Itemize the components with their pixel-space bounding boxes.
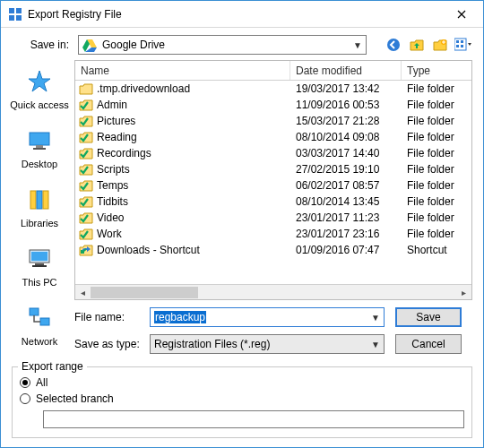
place-libraries[interactable]: Libraries	[4, 185, 74, 228]
file-name: Temps	[97, 179, 128, 192]
svg-rect-16	[36, 145, 43, 148]
new-folder-icon[interactable]	[431, 36, 449, 54]
svg-rect-15	[30, 133, 49, 145]
save-button[interactable]: Save	[395, 307, 462, 327]
view-menu-icon[interactable]	[454, 36, 472, 54]
places-bar: Quick access Desktop Libraries This PC	[4, 60, 74, 300]
column-type[interactable]: Type	[402, 61, 471, 80]
scroll-right-icon[interactable]: ▸	[456, 285, 471, 300]
svg-rect-12	[456, 45, 459, 47]
branch-input[interactable]	[43, 410, 464, 428]
save-in-dropdown[interactable]: Google Drive ▼	[78, 35, 367, 55]
titlebar: Export Registry File	[1, 1, 483, 28]
savetype-label: Save as type:	[74, 338, 150, 350]
folder-icon	[79, 147, 93, 159]
save-in-row: Save in: Google Drive ▼	[1, 28, 483, 60]
scroll-left-icon[interactable]: ◂	[75, 285, 91, 300]
file-row[interactable]: Reading08/10/2014 09:08File folder	[75, 129, 471, 145]
radio-selected-label: Selected branch	[36, 392, 114, 405]
file-row[interactable]: Tidbits08/10/2014 13:45File folder	[75, 194, 471, 210]
file-date: 01/09/2016 07:47	[290, 244, 402, 256]
file-row[interactable]: Pictures15/03/2017 21:28File folder	[75, 113, 471, 129]
file-row[interactable]: Video23/01/2017 11:23File folder	[75, 210, 471, 226]
folder-icon	[79, 82, 93, 95]
bottom-section: File name: regbackup ▼ Save Save as type…	[1, 300, 483, 366]
column-headers: Name Date modified Type	[75, 61, 471, 81]
file-row[interactable]: Work23/01/2017 23:16File folder	[75, 226, 471, 242]
column-name[interactable]: Name	[75, 61, 290, 80]
folder-icon	[79, 228, 93, 240]
file-type: File folder	[402, 179, 471, 192]
savetype-value: Registration Files (*.reg)	[154, 338, 270, 350]
file-date: 03/03/2017 14:40	[290, 147, 402, 159]
svg-marker-14	[29, 71, 50, 91]
scroll-thumb[interactable]	[91, 287, 198, 298]
folder-icon	[79, 195, 93, 208]
file-date: 15/03/2017 21:28	[290, 115, 402, 127]
svg-rect-0	[9, 8, 14, 13]
cancel-button[interactable]: Cancel	[395, 334, 462, 354]
back-icon[interactable]	[385, 36, 402, 54]
filename-value: regbackup	[154, 311, 206, 323]
quick-access-icon	[25, 67, 54, 96]
file-date: 08/10/2014 09:08	[290, 131, 402, 143]
up-folder-icon[interactable]	[408, 36, 426, 54]
svg-point-7	[387, 39, 400, 51]
place-this-pc[interactable]: This PC	[4, 245, 74, 288]
svg-rect-22	[31, 252, 48, 261]
file-name: .tmp.drivedownload	[97, 82, 190, 95]
svg-rect-23	[35, 263, 44, 265]
filename-input[interactable]: regbackup ▼	[150, 307, 385, 327]
place-quick-access[interactable]: Quick access	[4, 67, 74, 110]
svg-rect-1	[16, 8, 22, 13]
export-range-legend: Export range	[18, 360, 87, 373]
svg-rect-18	[30, 191, 36, 209]
file-date: 23/01/2017 11:23	[290, 211, 402, 224]
file-row[interactable]: Recordings03/03/2017 14:40File folder	[75, 145, 471, 161]
svg-rect-19	[37, 191, 42, 209]
svg-rect-11	[461, 40, 463, 43]
horizontal-scrollbar[interactable]: ◂ ▸	[75, 284, 471, 299]
radio-all[interactable]: All	[20, 376, 464, 389]
file-row[interactable]: .tmp.drivedownload19/03/2017 13:42File f…	[75, 81, 471, 97]
file-date: 11/09/2016 00:53	[290, 99, 402, 111]
savetype-row: Save as type: Registration Files (*.reg)…	[4, 334, 472, 354]
file-row[interactable]: Scripts27/02/2015 19:10File folder	[75, 161, 471, 177]
savetype-dropdown[interactable]: Registration Files (*.reg) ▼	[150, 334, 385, 354]
libraries-icon	[25, 185, 54, 214]
toolbar-icons	[385, 36, 472, 54]
this-pc-icon	[25, 245, 54, 273]
folder-icon	[79, 179, 93, 192]
place-desktop[interactable]: Desktop	[4, 126, 74, 169]
window-title: Export Registry File	[28, 8, 447, 21]
folder-icon	[79, 163, 93, 176]
export-range-group: Export range All Selected branch	[12, 366, 472, 438]
svg-rect-9	[454, 39, 466, 50]
chevron-down-icon: ▼	[353, 40, 362, 50]
file-row[interactable]: Downloads - Shortcut01/09/2016 07:47Shor…	[75, 242, 471, 258]
file-row[interactable]: Temps06/02/2017 08:57File folder	[75, 177, 471, 194]
radio-selected-branch[interactable]: Selected branch	[20, 392, 464, 405]
file-name: Reading	[97, 131, 137, 143]
registry-icon	[8, 7, 22, 22]
svg-rect-20	[43, 191, 48, 209]
file-name: Scripts	[97, 163, 130, 176]
save-in-value: Google Drive	[102, 39, 165, 51]
svg-rect-17	[33, 148, 46, 150]
column-date[interactable]: Date modified	[290, 61, 402, 80]
file-type: File folder	[402, 195, 471, 208]
radio-icon	[20, 377, 30, 388]
file-date: 23/01/2017 23:16	[290, 228, 402, 240]
close-button[interactable]	[447, 4, 476, 25]
folder-icon	[79, 211, 93, 224]
folder-icon	[79, 99, 93, 111]
file-date: 27/02/2015 19:10	[290, 163, 402, 176]
file-row[interactable]: Admin11/09/2016 00:53File folder	[75, 97, 471, 113]
svg-rect-3	[16, 15, 22, 21]
svg-rect-2	[9, 15, 14, 21]
file-rows[interactable]: .tmp.drivedownload19/03/2017 13:42File f…	[75, 81, 471, 284]
chevron-down-icon[interactable]: ▼	[371, 313, 380, 323]
file-name: Tidbits	[97, 195, 128, 208]
file-type: File folder	[402, 99, 471, 111]
scroll-track[interactable]	[91, 285, 456, 299]
